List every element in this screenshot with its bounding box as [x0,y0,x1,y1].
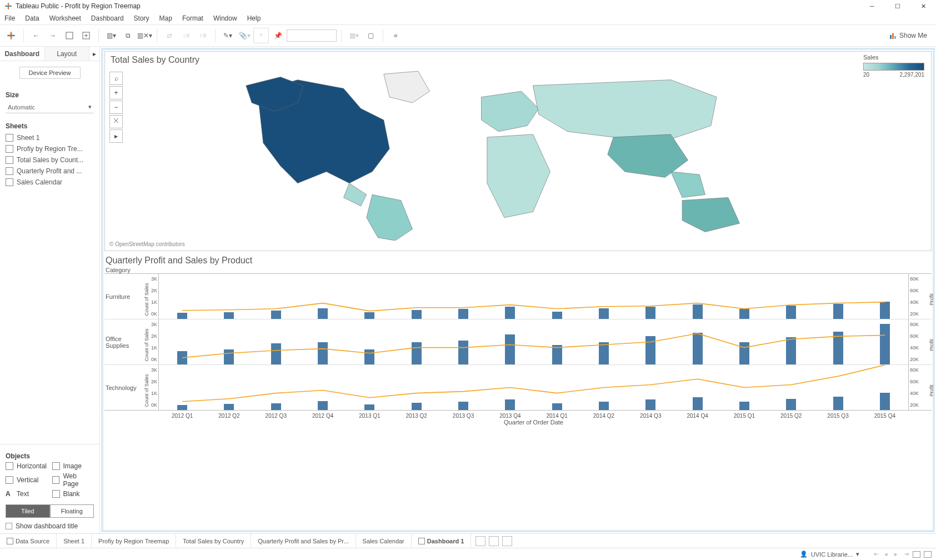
redo-button[interactable]: → [45,28,61,43]
duplicate-button[interactable]: ⧉ [120,28,136,43]
svg-rect-7 [892,33,894,39]
size-select[interactable]: Automatic▾ [6,101,94,113]
x-tick-label: 2014 Q2 [593,413,614,419]
object-horizontal[interactable]: Horizontal [6,462,48,470]
nav-last[interactable]: ⇥ [903,551,909,558]
labels-button[interactable]: T [253,28,269,43]
sheet-item[interactable]: Profiy by Region Tre... [6,143,94,154]
menu-map[interactable]: Map [159,14,172,22]
menu-data[interactable]: Data [25,14,39,22]
device-preview-button[interactable]: Device Preview [19,67,81,79]
tab-dashboard-active[interactable]: Dashboard 1 [412,534,472,548]
show-me-button[interactable]: Show Me [889,32,933,39]
menu-file[interactable]: File [4,14,15,22]
tab-sheet[interactable]: Total Sales by Country [176,534,251,548]
sheet-item[interactable]: Sheet 1 [6,132,94,143]
nav-prev[interactable]: ◂ [883,551,889,558]
show-title-checkbox[interactable] [6,523,12,529]
legend-min: 20 [863,72,869,78]
map-zoom-in-button[interactable]: + [109,86,123,99]
sort-desc-button[interactable]: ↑≡ [195,28,211,43]
tiled-button[interactable]: Tiled [6,504,50,518]
chevron-down-icon[interactable]: ▾ [856,551,859,558]
new-worksheet-button[interactable]: ▥▾ [103,28,119,43]
sort-asc-button[interactable]: ↓≡ [178,28,194,43]
sheet-item[interactable]: Quarterly Profit and ... [6,166,94,177]
new-worksheet-tab-button[interactable] [475,536,485,546]
objects-heading: Objects [6,452,94,460]
plot-area[interactable] [159,319,908,364]
swap-button[interactable]: ⇄ [162,28,177,43]
sidebar-tab-dashboard[interactable]: Dashboard [0,47,45,61]
tab-sheet[interactable]: Sheet 1 [57,534,92,548]
row-category-label: Technology [104,365,142,410]
map-home-button[interactable] [109,115,123,128]
map-zoom-out-button[interactable]: − [109,101,123,114]
share-button[interactable]: ∝ [388,28,403,43]
x-tick-label: 2012 Q3 [266,413,287,419]
dashboard-canvas[interactable]: Total Sales by Country ⌕ + − ▸ Sales 20 … [100,47,936,533]
plot-area[interactable] [159,365,908,410]
svg-rect-6 [890,35,892,39]
sidebar-tab-caret[interactable]: ▸ [89,47,99,61]
new-data-button[interactable] [78,28,94,43]
nav-first[interactable]: ⇤ [873,551,879,558]
user-label[interactable]: UVIC Librarie... [811,551,853,558]
filmstrip-icon[interactable] [913,551,920,558]
object-text[interactable]: AText [6,490,48,498]
menu-dashboard[interactable]: Dashboard [91,14,124,22]
tableau-icon[interactable] [3,28,19,43]
menu-help[interactable]: Help [247,14,261,22]
tab-sheet[interactable]: Profiy by Region Treemap [92,534,176,548]
sidebar-tab-layout[interactable]: Layout [45,47,90,61]
sheet-item[interactable]: Total Sales by Count... [6,154,94,166]
sheet-item[interactable]: Sales Calendar [6,177,94,188]
new-dashboard-tab-button[interactable] [489,536,499,546]
tab-sheet[interactable]: Quarterly Profit and Sales by Pr... [251,534,356,548]
pin-button[interactable]: 📌 [270,28,286,43]
legend-title: Sales [863,54,924,61]
object-vertical[interactable]: Vertical [6,472,48,488]
save-button[interactable] [62,28,77,43]
object-image[interactable]: Image [52,462,94,470]
close-button[interactable]: ✕ [910,0,936,12]
floating-button[interactable]: Floating [50,504,94,518]
y-axis-right: 80K60K40K20KProfit [908,365,932,410]
grid-icon[interactable] [924,551,932,558]
map-pan-button[interactable]: ▸ [109,129,123,143]
dashboard-icon [418,538,425,544]
clear-button[interactable]: ▥✕▾ [137,28,152,43]
svg-rect-1 [5,6,12,7]
data-source-tab[interactable]: Data Source [0,534,57,548]
maximize-button[interactable]: ☐ [885,0,910,12]
undo-button[interactable]: ← [28,28,44,43]
worksheet-icon [6,167,13,175]
tab-sheet[interactable]: Sales Calendar [356,534,412,548]
object-webpage[interactable]: Web Page [52,472,94,488]
x-tick-label: 2015 Q3 [827,413,848,419]
worksheet-icon [6,134,13,142]
menu-story[interactable]: Story [134,14,149,22]
menu-window[interactable]: Window [213,14,237,22]
menubar: File Data Worksheet Dashboard Story Map … [0,12,936,24]
highlight-button[interactable]: ✎▾ [220,28,236,43]
show-cards-button[interactable]: ▦▾ [346,28,362,43]
nav-next[interactable]: ▸ [893,551,899,558]
x-tick-label: 2012 Q4 [312,413,333,419]
svg-rect-4 [66,32,73,39]
object-blank[interactable]: Blank [52,490,94,498]
minimize-button[interactable]: ─ [859,0,885,12]
x-tick-label: 2013 Q4 [499,413,520,419]
world-map[interactable] [149,68,848,241]
group-button[interactable]: 📎▾ [237,28,252,43]
map-panel[interactable]: Total Sales by Country ⌕ + − ▸ Sales 20 … [104,51,932,251]
x-tick-label: 2012 Q1 [172,413,193,419]
menu-format[interactable]: Format [182,14,203,22]
menu-worksheet[interactable]: Worksheet [49,14,81,22]
chart-panel[interactable]: Quarterly Profit and Sales by Product Ca… [104,253,932,529]
presentation-button[interactable]: ▢ [363,28,378,43]
new-story-tab-button[interactable] [502,536,512,546]
plot-area[interactable] [159,274,908,319]
map-search-button[interactable]: ⌕ [109,72,123,85]
fit-dropdown[interactable] [287,29,337,42]
